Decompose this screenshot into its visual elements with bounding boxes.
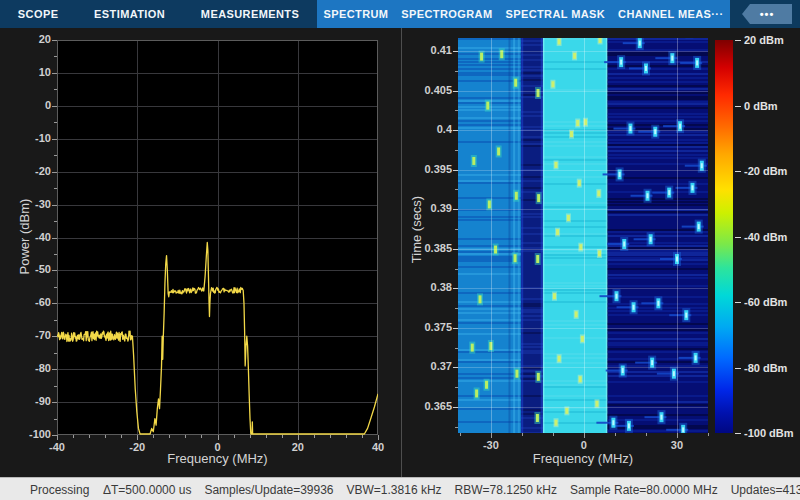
panel-divider: [401, 28, 402, 477]
tick-mark: [52, 40, 57, 41]
toolstrip-group-highlighted: SPECTRUMSPECTROGRAMSPECTRAL MASKCHANNEL …: [317, 0, 730, 28]
tick-mark: [453, 249, 458, 250]
tick-label: 0.385: [410, 242, 452, 254]
tick-mark: [54, 221, 57, 222]
tick-label: 0: [569, 439, 599, 451]
tick-label: 0.365: [410, 400, 452, 412]
tab-channel-meas[interactable]: CHANNEL MEAS···: [612, 8, 729, 20]
colorbar-label: -100 dBm: [744, 427, 794, 439]
tick-label: -40: [42, 441, 72, 453]
tick-mark: [54, 386, 57, 387]
tick-mark: [54, 188, 57, 189]
tab-estimation[interactable]: ESTIMATION: [88, 8, 171, 20]
tick-label: 0.395: [410, 163, 452, 175]
tick-label: 0.37: [410, 360, 452, 372]
tick-mark: [455, 229, 458, 230]
colorbar-tick: [735, 302, 741, 303]
tick-mark: [52, 106, 57, 107]
status-field: Samples/Update=39936: [204, 483, 333, 497]
tick-mark: [298, 435, 299, 440]
colorbar-label: 20 dBm: [744, 34, 784, 46]
colorbar-label: -60 dBm: [744, 296, 787, 308]
ellipsis-icon: •••: [760, 9, 775, 19]
tick-mark: [54, 287, 57, 288]
tab-spectrum[interactable]: SPECTRUM: [317, 8, 394, 20]
toolstrip-group-overflow: •••: [730, 0, 800, 28]
spectrogram-xlabel: Frequency (MHz): [458, 451, 708, 466]
tick-label: -10: [11, 132, 51, 144]
tick-mark: [153, 435, 154, 438]
tick-mark: [553, 433, 554, 436]
tick-mark: [52, 435, 57, 436]
tick-label: -60: [11, 296, 51, 308]
tick-mark: [378, 435, 379, 440]
tick-mark: [453, 209, 458, 210]
tab-spectrogram[interactable]: SPECTROGRAM: [395, 8, 498, 20]
tick-mark: [137, 435, 138, 440]
tick-mark: [453, 51, 458, 52]
tick-mark: [54, 89, 57, 90]
tick-mark: [453, 288, 458, 289]
tick-label: 0.405: [410, 84, 452, 96]
tick-label: -80: [11, 362, 51, 374]
tick-mark: [453, 367, 458, 368]
status-field: VBW=1.3816 kHz: [347, 483, 442, 497]
tick-mark: [708, 433, 709, 436]
tick-mark: [455, 387, 458, 388]
tick-mark: [266, 435, 267, 438]
tick-mark: [52, 336, 57, 337]
tick-label: 20: [11, 33, 51, 45]
tick-mark: [250, 435, 251, 438]
status-field: ΔT=500.0000 us: [103, 483, 191, 497]
status-bar: Processing ΔT=500.0000 usSamples/Update=…: [0, 477, 800, 500]
tab-spectral-mask[interactable]: SPECTRAL MASK: [499, 8, 611, 20]
colorbar-tick: [735, 368, 741, 369]
tick-mark: [52, 139, 57, 140]
tick-mark: [54, 254, 57, 255]
tick-mark: [460, 433, 461, 436]
tick-mark: [314, 435, 315, 438]
tick-mark: [105, 435, 106, 438]
tick-mark: [455, 308, 458, 309]
tick-mark: [52, 205, 57, 206]
status-fields: ΔT=500.0000 usSamples/Update=39936VBW=1.…: [103, 483, 800, 497]
tab-measurements[interactable]: MEASUREMENTS: [195, 8, 305, 20]
tick-mark: [453, 91, 458, 92]
tick-mark: [362, 435, 363, 438]
tick-label: 0.375: [410, 321, 452, 333]
tick-mark: [169, 435, 170, 438]
tick-label: 0.4: [410, 123, 452, 135]
tick-mark: [57, 435, 58, 440]
colorbar-tick: [735, 433, 741, 434]
tick-mark: [455, 110, 458, 111]
tick-mark: [52, 172, 57, 173]
tick-mark: [52, 369, 57, 370]
tick-label: 10: [11, 66, 51, 78]
tick-mark: [522, 433, 523, 436]
tick-label: 40: [363, 441, 393, 453]
tick-mark: [330, 435, 331, 438]
toolstrip: SCOPEESTIMATIONMEASUREMENTS SPECTRUMSPEC…: [0, 0, 800, 28]
tick-mark: [54, 56, 57, 57]
tick-mark: [455, 189, 458, 190]
tick-mark: [121, 435, 122, 438]
tab-scope[interactable]: SCOPE: [12, 8, 65, 20]
tick-mark: [453, 130, 458, 131]
tick-mark: [54, 122, 57, 123]
spectrum-canvas: [57, 40, 378, 435]
toolstrip-group-standard: SCOPEESTIMATIONMEASUREMENTS: [0, 0, 317, 28]
tick-mark: [234, 435, 235, 438]
tick-label: 0.38: [410, 281, 452, 293]
tick-mark: [52, 238, 57, 239]
colorbar-tick: [735, 40, 741, 41]
tick-label: -70: [11, 329, 51, 341]
tick-label: 0.39: [410, 202, 452, 214]
tick-mark: [491, 433, 492, 438]
tick-label: 0: [11, 99, 51, 111]
spectrum-analyzer-window: SCOPEESTIMATIONMEASUREMENTS SPECTRUMSPEC…: [0, 0, 800, 500]
status-field: RBW=78.1250 kHz: [455, 483, 557, 497]
tick-mark: [453, 328, 458, 329]
toolstrip-overflow-button[interactable]: •••: [742, 4, 792, 24]
tick-mark: [52, 270, 57, 271]
tick-label: 0.41: [410, 44, 452, 56]
